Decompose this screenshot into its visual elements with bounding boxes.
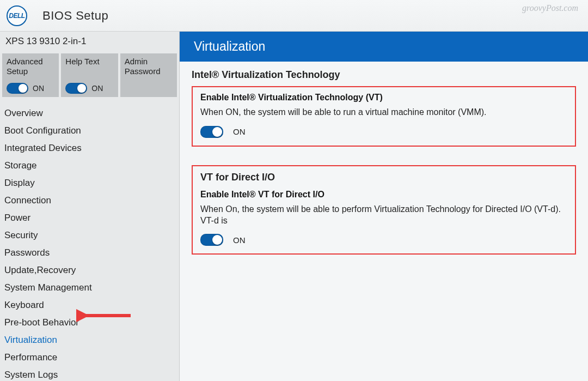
toggle-label: Admin Password	[125, 57, 173, 76]
setting-name-vt: Enable Intel® Virtualization Technology …	[200, 93, 567, 102]
switch-state: ON	[91, 84, 103, 93]
switch-state: ON	[33, 84, 44, 93]
section-title: Virtualization	[180, 32, 588, 62]
toggle-help-text[interactable]: Help Text ON	[61, 53, 118, 97]
switch-vt[interactable]	[200, 126, 223, 138]
nav-item-pre-boot-behavior[interactable]: Pre-boot Behavior	[2, 314, 177, 331]
nav-item-performance[interactable]: Performance	[2, 349, 177, 366]
toggle-advanced-setup[interactable]: Advanced Setup ON	[2, 53, 59, 97]
toggle-label: Advanced Setup	[7, 57, 54, 76]
setting-box-vtd: VT for Direct I/O Enable Intel® VT for D…	[192, 165, 576, 255]
nav-item-storage[interactable]: Storage	[2, 157, 177, 174]
group-title-vt: Intel® Virtualization Technology	[192, 69, 576, 81]
sidebar-toggle-row: Advanced Setup ON Help Text ON Admin Pas…	[2, 53, 177, 97]
nav-item-update-recovery[interactable]: Update,Recovery	[2, 262, 177, 279]
device-model: XPS 13 9310 2-in-1	[2, 32, 177, 51]
nav-item-passwords[interactable]: Passwords	[2, 244, 177, 262]
app-title: BIOS Setup	[42, 9, 108, 23]
setting-box-vt: Enable Intel® Virtualization Technology …	[192, 86, 576, 147]
switch-vtd[interactable]	[200, 234, 223, 246]
setting-name-vtd: Enable Intel® VT for Direct I/O	[200, 190, 567, 199]
nav-item-overview[interactable]: Overview	[2, 105, 177, 122]
nav-item-system-logs[interactable]: System Logs	[2, 366, 177, 381]
nav-item-display[interactable]: Display	[2, 174, 177, 192]
nav-list: Overview Boot Configuration Integrated D…	[2, 105, 177, 381]
header: DELL BIOS Setup	[0, 0, 588, 32]
main-panel: Virtualization Intel® Virtualization Tec…	[180, 32, 588, 381]
switch-vtd-state: ON	[233, 235, 246, 245]
watermark: groovyPost.com	[522, 3, 578, 13]
nav-item-security[interactable]: Security	[2, 227, 177, 244]
setting-desc-vtd: When On, the system will be able to perf…	[200, 204, 567, 227]
switch-icon[interactable]	[65, 83, 87, 94]
dell-logo-icon: DELL	[7, 5, 27, 26]
setting-desc-vt: When ON, the system will be able to run …	[200, 107, 567, 118]
sidebar: XPS 13 9310 2-in-1 Advanced Setup ON Hel…	[0, 32, 180, 381]
nav-item-connection[interactable]: Connection	[2, 192, 177, 209]
nav-item-integrated-devices[interactable]: Integrated Devices	[2, 140, 177, 157]
nav-item-boot-configuration[interactable]: Boot Configuration	[2, 122, 177, 140]
toggle-label: Help Text	[65, 57, 113, 66]
switch-icon[interactable]	[7, 83, 28, 94]
nav-item-keyboard[interactable]: Keyboard	[2, 297, 177, 314]
group-title-vtd: VT for Direct I/O	[200, 172, 567, 183]
switch-vt-state: ON	[233, 127, 246, 136]
toggle-admin-password[interactable]: Admin Password	[120, 53, 177, 97]
nav-item-virtualization[interactable]: Virtualization	[2, 331, 177, 349]
nav-item-system-management[interactable]: System Management	[2, 279, 177, 297]
nav-item-power[interactable]: Power	[2, 209, 177, 227]
